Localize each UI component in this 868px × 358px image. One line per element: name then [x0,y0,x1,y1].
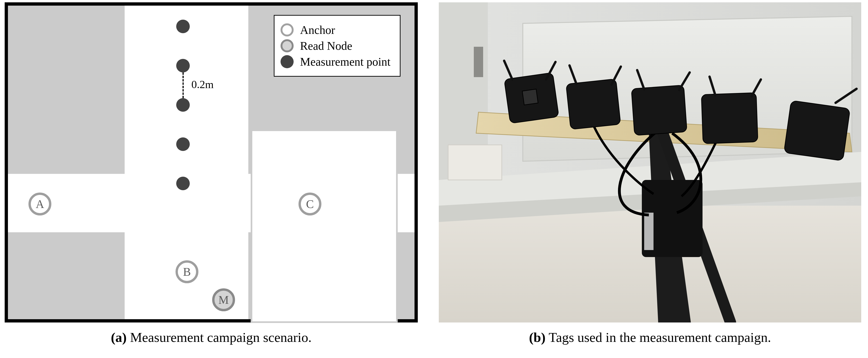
svg-rect-15 [631,85,687,135]
caption-b-text: Tags used in the measurement campaign. [546,330,771,345]
measurement-point [176,59,190,73]
caption-b: (b) Tags used in the measurement campaig… [529,330,771,345]
measurement-point [176,177,190,190]
anchor-b: B [176,260,198,283]
svg-rect-17 [784,101,850,161]
photo-illustration [439,2,861,323]
svg-rect-4 [474,47,483,77]
read-node-m: M [212,288,235,311]
legend-row-point: Measurement point [281,55,391,68]
caption-a-text: Measurement campaign scenario. [127,330,312,345]
caption-a-label: (a) [111,330,127,345]
anchor-a: A [29,193,51,216]
svg-rect-13 [522,89,538,105]
caption-a: (a) Measurement campaign scenario. [111,330,312,345]
legend-swatch-read [281,39,293,52]
tags-photo [439,2,861,323]
svg-rect-14 [566,79,621,130]
panel-a: 0.2m A B C M Anchor Read Nod [5,2,418,345]
svg-rect-11 [644,213,653,250]
figure-root: 0.2m A B C M Anchor Read Nod [0,0,868,358]
anchor-c-label: C [306,197,314,211]
measurement-point [176,98,190,112]
anchor-c: C [299,193,321,216]
read-node-m-label: M [218,293,229,307]
floorplan: 0.2m A B C M Anchor Read Nod [5,2,418,323]
measurement-point [176,20,190,33]
legend-text-point: Measurement point [300,55,391,68]
legend-row-anchor: Anchor [281,23,391,37]
legend-swatch-point [281,55,293,68]
legend-text-read: Read Node [300,39,352,53]
caption-b-label: (b) [529,330,546,345]
dimension-line [183,73,184,98]
figure-row: 0.2m A B C M Anchor Read Nod [0,0,868,345]
legend-row-read: Read Node [281,39,391,53]
measurement-point [176,137,190,151]
room-bottom-right [251,130,398,323]
anchor-b-label: B [183,265,191,279]
svg-rect-7 [448,145,502,180]
legend: Anchor Read Node Measurement point [274,15,401,77]
diagram-container: 0.2m A B C M Anchor Read Nod [5,2,418,323]
anchor-a-label: A [36,197,44,211]
legend-text-anchor: Anchor [300,23,335,37]
svg-rect-16 [701,93,758,144]
panel-b: (b) Tags used in the measurement campaig… [439,2,861,345]
legend-swatch-anchor [281,23,293,36]
dimension-label: 0.2m [191,78,214,91]
